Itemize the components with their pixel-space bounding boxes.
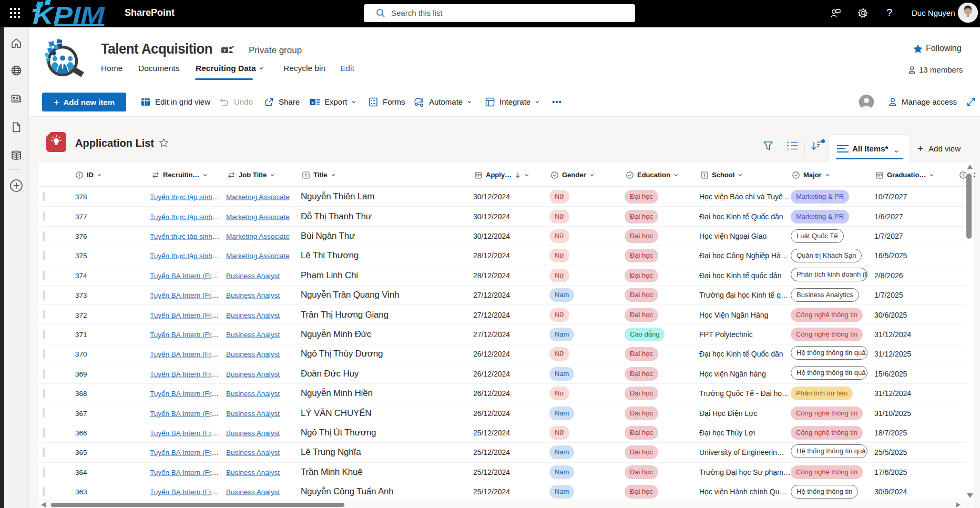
svg-text:i: i — [963, 172, 964, 178]
svg-text:KPIM: KPIM — [33, 2, 106, 27]
svg-text:T: T — [223, 48, 227, 53]
svg-text:x: x — [311, 99, 314, 105]
svg-text:i: i — [79, 172, 80, 178]
